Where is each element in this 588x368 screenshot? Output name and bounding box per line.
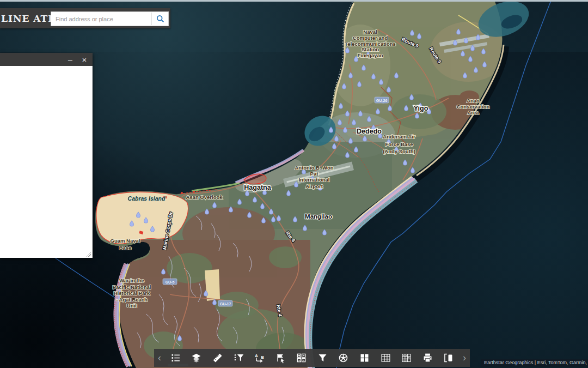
window-top-strip xyxy=(0,0,588,2)
basemap-gallery-icon xyxy=(359,352,370,364)
map-attribution: Earthstar Geographics | Esri, TomTom, Ga… xyxy=(481,359,588,367)
search-input[interactable] xyxy=(51,16,151,22)
map-label: Dededo xyxy=(357,128,382,135)
legend-icon xyxy=(170,352,181,364)
toolbar-scroll-left-button[interactable]: ‹ xyxy=(154,349,165,367)
search-button[interactable] xyxy=(151,13,168,25)
attribute-table-icon xyxy=(380,352,391,364)
map-label: Andersen AirForce Base(Andy South) xyxy=(383,134,415,154)
group-filter-button[interactable] xyxy=(228,349,249,367)
directions-button[interactable] xyxy=(249,349,270,367)
map-application: GU-26GU-5GU-17 Route 9Route 9Rte 4Rte 4M… xyxy=(0,0,588,368)
directions-icon xyxy=(254,352,265,364)
split-screen-button[interactable] xyxy=(438,349,460,367)
attribute-table-button[interactable] xyxy=(375,349,396,367)
panel-close-button[interactable]: × xyxy=(78,53,90,66)
print-icon xyxy=(422,352,433,364)
group-filter-icon xyxy=(233,352,244,364)
panel-resize-grip[interactable] xyxy=(86,252,91,257)
svg-text:GU-5: GU-5 xyxy=(166,280,175,284)
highway-shield: GU-26 xyxy=(375,97,389,103)
filter-button[interactable] xyxy=(312,349,333,367)
select-icon xyxy=(275,352,286,364)
map-label: Mangilao xyxy=(305,213,332,220)
map-label: Cabras Island xyxy=(128,195,166,202)
wheel-icon xyxy=(338,352,349,364)
split-screen-icon xyxy=(443,352,454,364)
search-box xyxy=(51,11,169,26)
batch-editor-icon xyxy=(401,352,412,364)
highway-shield: GU-17 xyxy=(218,300,232,306)
map-label: Hagatna xyxy=(244,184,271,191)
search-icon xyxy=(156,15,164,23)
add-remove-grid-icon xyxy=(296,352,307,364)
measurement-button[interactable] xyxy=(207,349,228,367)
widget-panel: – × xyxy=(0,53,93,258)
map-label: Asan Overlook xyxy=(186,194,223,200)
layer-list-button[interactable] xyxy=(186,349,207,367)
widget-panel-body xyxy=(0,66,93,258)
panel-minimize-button[interactable]: – xyxy=(64,53,76,66)
basemap-gallery-button[interactable] xyxy=(354,349,375,367)
map-toolbar: ‹ › xyxy=(154,349,470,367)
batch-editor-button[interactable] xyxy=(396,349,417,367)
measurement-icon xyxy=(212,352,223,364)
svg-text:GU-26: GU-26 xyxy=(376,99,388,102)
toolbar-scroll-right-button[interactable]: › xyxy=(459,349,470,367)
highway-shield: GU-5 xyxy=(163,279,177,285)
filter-icon xyxy=(317,352,328,364)
add-remove-grid-button[interactable] xyxy=(291,349,312,367)
svg-text:GU-17: GU-17 xyxy=(220,302,231,306)
app-header: LINE ATLAS xyxy=(0,8,170,28)
legend-button[interactable] xyxy=(165,349,186,367)
print-button[interactable] xyxy=(417,349,438,367)
wheel-button[interactable] xyxy=(333,349,354,367)
layer-list-icon xyxy=(191,352,202,364)
select-button[interactable] xyxy=(270,349,291,367)
widget-panel-header: – × xyxy=(0,53,93,66)
map-label: Yigo xyxy=(414,105,428,112)
